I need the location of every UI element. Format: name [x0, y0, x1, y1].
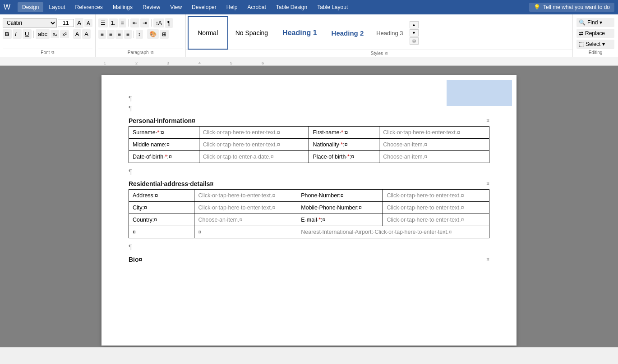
- align-center[interactable]: ≡: [107, 30, 115, 39]
- font-group-label: Font ⧉: [3, 49, 92, 55]
- personal-info-section: Personal·Information¤ ¤ Surname·*:¤ Clic…: [129, 117, 489, 163]
- airport-cell[interactable]: Nearest·International·Airport:·Click·or·…: [297, 226, 489, 238]
- styles-more[interactable]: ⊞: [410, 37, 419, 45]
- tab-acrobat[interactable]: Acrobat: [243, 2, 270, 12]
- nationality-value-cell[interactable]: Choose·an·item.¤: [379, 138, 489, 150]
- align-left[interactable]: ≡: [98, 30, 106, 39]
- style-normal-label: Normal: [198, 29, 218, 36]
- paragraph-expand-icon[interactable]: ⧉: [151, 50, 153, 55]
- required-mark4: *: [165, 154, 167, 160]
- dob-value-cell[interactable]: Click·or·tap·to·enter·a·date.¤: [199, 150, 309, 163]
- required-mark3: *: [341, 141, 343, 148]
- styles-scroll-up[interactable]: ▲: [410, 21, 419, 28]
- residential-title: Residential·address·details¤: [129, 180, 213, 187]
- mobile-value-cell[interactable]: Click·or·tap·here·to·enter·text.¤: [383, 202, 489, 214]
- styles-expand-icon[interactable]: ⧉: [385, 51, 387, 56]
- address-value-cell[interactable]: Click·or·tap·here·to·enter·text.¤: [194, 190, 297, 202]
- personal-info-title: Personal·Information¤: [129, 117, 195, 124]
- style-no-spacing-item[interactable]: No Spacing: [228, 16, 275, 50]
- pob-value-cell[interactable]: Choose·an·item.¤: [379, 150, 489, 163]
- font-expand-icon[interactable]: ⧉: [51, 50, 54, 55]
- surname-value-cell[interactable]: Click·or·tap·here·to·enter·text.¤: [199, 126, 309, 138]
- tab-references[interactable]: References: [71, 2, 107, 12]
- paragraph-group: ☰ 1. ≡ ⇤ ⇥ ↕A ¶ ≡ ≡ ≡ ≡ ↕: [96, 14, 186, 57]
- show-formatting[interactable]: ¶: [165, 18, 173, 28]
- tab-review[interactable]: Review: [138, 2, 165, 12]
- select-button[interactable]: ⬚ Select ▾: [576, 40, 614, 49]
- increase-indent[interactable]: ⇥: [140, 18, 149, 27]
- font-label-text: Font: [41, 50, 50, 55]
- font-color-button[interactable]: A: [82, 29, 91, 39]
- middlename-label-cell: Middle·name:¤: [129, 138, 199, 150]
- middlename-value-cell[interactable]: Click·or·tap·here·to·enter·text.¤: [199, 138, 309, 150]
- firstname-value-cell[interactable]: Click·or·tap·here·to·enter·text.¤: [379, 126, 489, 138]
- para-icon-1: ¤: [486, 118, 489, 124]
- font-size-select[interactable]: 11: [58, 19, 74, 27]
- tab-layout[interactable]: Layout: [44, 2, 69, 12]
- tab-view[interactable]: View: [166, 2, 186, 12]
- superscript-button[interactable]: x²: [60, 30, 69, 38]
- surname-label-cell: Surname·*:¤: [129, 126, 199, 138]
- tab-design[interactable]: Design: [18, 2, 43, 12]
- table-row: City:¤ Click·or·tap·here·to·enter·text.¤…: [129, 202, 489, 214]
- required-mark2: *: [341, 129, 343, 136]
- align-right[interactable]: ≡: [115, 30, 123, 39]
- tab-help[interactable]: Help: [222, 2, 242, 12]
- sort-button[interactable]: ↕A: [153, 18, 164, 27]
- font-size-decrease[interactable]: A: [84, 19, 92, 27]
- table-row: Middle·name:¤ Click·or·tap·here·to·enter…: [129, 138, 489, 150]
- font-row-1: Calibri 11 A A: [3, 18, 92, 28]
- decrease-indent[interactable]: ⇤: [130, 18, 139, 27]
- replace-label: Replace: [585, 30, 605, 36]
- country-value-cell[interactable]: Choose·an·item.¤: [194, 214, 297, 226]
- app-icon: W: [4, 3, 10, 11]
- highlight-button[interactable]: A: [73, 29, 82, 39]
- select-icon: ⬚: [579, 41, 584, 47]
- separator6: [145, 31, 145, 38]
- tab-developer[interactable]: Developer: [187, 2, 221, 12]
- shading[interactable]: 🎨: [147, 29, 159, 39]
- style-normal-item[interactable]: Normal: [188, 16, 228, 50]
- phone-value-cell[interactable]: Click·or·tap·here·to·enter·text.¤: [383, 190, 489, 202]
- bold-button[interactable]: B: [3, 29, 12, 39]
- replace-button[interactable]: ⇄ Replace: [576, 29, 614, 38]
- multilevel-button[interactable]: ≡: [119, 18, 126, 27]
- tab-table-layout[interactable]: Table Layout: [313, 2, 352, 12]
- font-family-select[interactable]: Calibri: [3, 18, 57, 27]
- font-size-increase[interactable]: A: [75, 18, 83, 28]
- email-value-cell[interactable]: Click·or·tap·here·to·enter·text.¤: [383, 214, 489, 226]
- styles-scroll-down[interactable]: ▼: [410, 29, 419, 36]
- table-row: Surname·*:¤ Click·or·tap·here·to·enter·t…: [129, 126, 489, 138]
- styles-label-text: Styles: [371, 51, 383, 56]
- separator: [33, 31, 34, 38]
- pob-label-cell: Place·of·birth·*:¤: [309, 150, 379, 163]
- italic-button[interactable]: I: [13, 29, 22, 39]
- country-label-cell: Country:¤: [129, 214, 194, 226]
- bullets-button[interactable]: ☰: [98, 18, 108, 27]
- para-icon-3: ¤: [486, 256, 489, 263]
- tab-mailings[interactable]: Mailings: [108, 2, 137, 12]
- subscript-button[interactable]: x₂: [51, 30, 60, 38]
- style-heading1-item[interactable]: Heading 1: [275, 16, 324, 50]
- editing-content: 🔍 Find ▾ ⇄ Replace ⬚ Select ▾: [576, 16, 614, 49]
- find-button[interactable]: 🔍 Find ▾: [576, 18, 614, 27]
- city-value-cell[interactable]: Click·or·tap·here·to·enter·text.¤: [194, 202, 297, 214]
- find-dropdown-icon: ▾: [600, 19, 602, 26]
- para-mark-3: ¶: [129, 167, 489, 177]
- find-label: Find: [587, 19, 598, 26]
- tell-me-box[interactable]: 💡 Tell me what you want to do: [529, 3, 614, 12]
- para-row-1: ☰ 1. ≡ ⇤ ⇥ ↕A ¶: [98, 18, 183, 28]
- justify[interactable]: ≡: [124, 30, 132, 39]
- strikethrough-button[interactable]: abc: [36, 29, 50, 39]
- para-mark-2: ¶: [129, 103, 489, 113]
- borders[interactable]: ⊞: [160, 30, 169, 39]
- underline-button[interactable]: U: [23, 29, 32, 39]
- tab-table-design[interactable]: Table Design: [272, 2, 312, 12]
- style-heading2-item[interactable]: Heading 2: [324, 16, 371, 50]
- editing-group: 🔍 Find ▾ ⇄ Replace ⬚ Select ▾ Editing: [573, 14, 618, 57]
- bio-section: Bio¤ ¤: [129, 256, 489, 263]
- line-spacing[interactable]: ↕: [136, 30, 143, 39]
- table-row: Address:¤ Click·or·tap·here·to·enter·tex…: [129, 190, 489, 202]
- style-heading3-item[interactable]: Heading 3: [371, 16, 408, 50]
- numbering-button[interactable]: 1.: [109, 18, 118, 27]
